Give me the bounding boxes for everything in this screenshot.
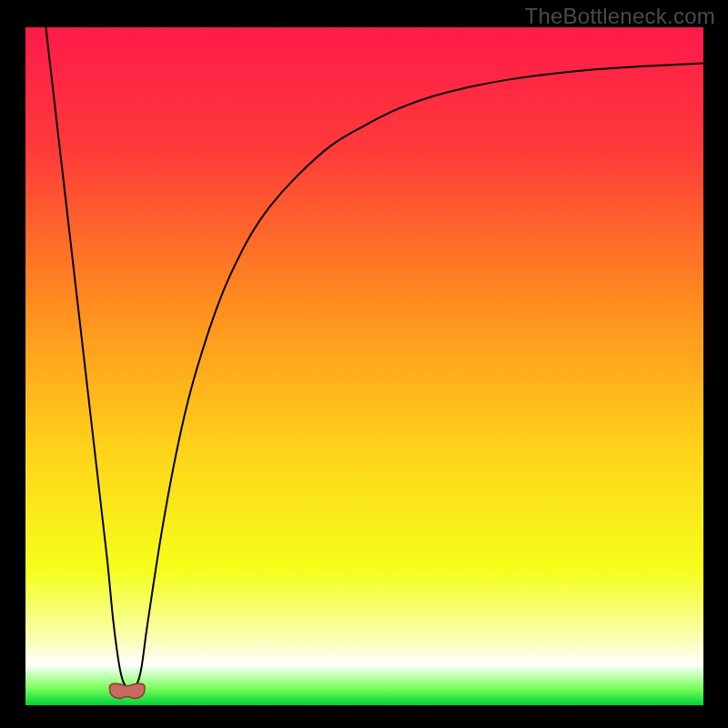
watermark-text: TheBottleneck.com	[524, 4, 715, 29]
chart-frame: TheBottleneck.com	[0, 0, 728, 728]
bottleneck-chart	[0, 0, 728, 728]
plot-background	[25, 27, 703, 705]
sweet-spot-marker	[109, 683, 145, 698]
